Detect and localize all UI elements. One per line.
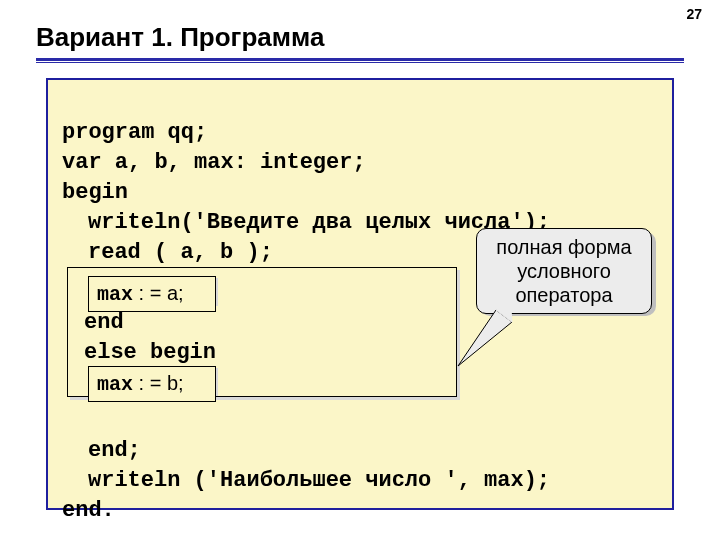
- assign-max-a-expr: : = a;: [133, 282, 184, 304]
- callout-line-1: полная форма: [485, 235, 643, 259]
- page-title: Вариант 1. Программа: [36, 22, 324, 53]
- code-line-1: program qq;: [62, 120, 207, 145]
- code-line-else: else begin: [84, 338, 216, 368]
- code-tail: end; writeln ('Наибольшее число ', max);…: [48, 400, 564, 540]
- code-else-begin: begin: [150, 340, 216, 365]
- assign-max-b-expr: : = b;: [133, 372, 184, 394]
- svg-marker-0: [458, 310, 512, 366]
- title-rule: [36, 58, 684, 63]
- assign-max-b-box: max : = b;: [90, 368, 218, 396]
- code-line-end2: end;: [88, 436, 141, 466]
- if-branch-box: max : = a; end else begin max : = b;: [70, 270, 460, 400]
- code-line-writeln2: writeln ('Наибольшее число ', max);: [88, 466, 550, 496]
- callout-line-2: условного: [485, 259, 643, 283]
- code-line-3: begin: [62, 180, 128, 205]
- code-line-end1: end: [84, 308, 124, 338]
- code-line-end3: end.: [62, 498, 115, 523]
- assign-max-a-var: max: [97, 283, 133, 306]
- assign-max-a-box: max : = a;: [90, 278, 218, 306]
- assign-max-b-var: max: [97, 373, 133, 396]
- code-else-kw: else: [84, 340, 150, 365]
- callout-box: полная форма условного оператора: [476, 228, 652, 314]
- page-number: 27: [686, 6, 702, 22]
- code-box: program qq; var a, b, max: integer; begi…: [46, 78, 674, 510]
- callout-tail-icon: [446, 304, 516, 374]
- code-line-5: read ( a, b );: [88, 238, 273, 268]
- code-line-2: var a, b, max: integer;: [62, 150, 366, 175]
- slide: 27 Вариант 1. Программа program qq; var …: [0, 0, 720, 540]
